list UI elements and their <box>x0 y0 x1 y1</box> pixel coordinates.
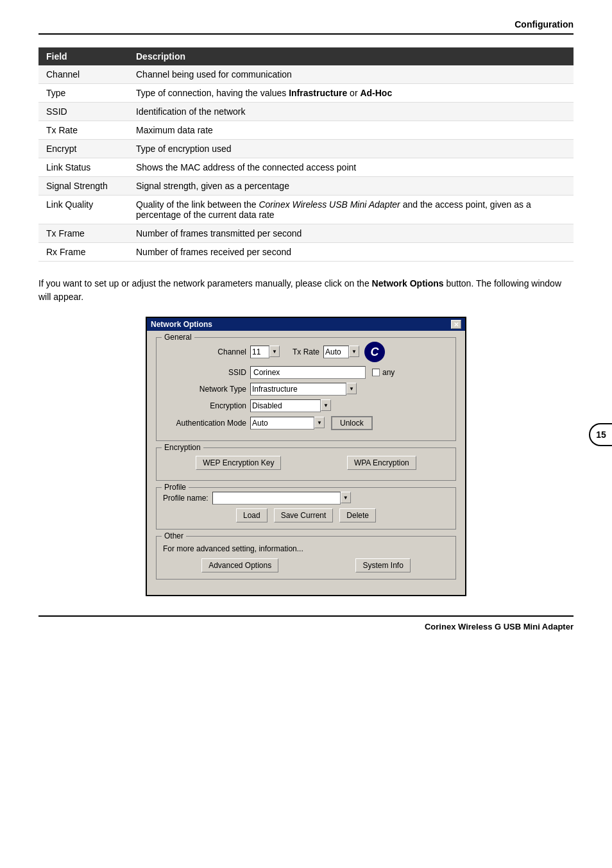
channel-select-wrapper: 11 ▼ <box>250 346 280 358</box>
desc-signal-strength: Signal strength, given as a percentage <box>128 177 574 196</box>
ssid-label: SSID <box>163 368 246 377</box>
table-row: Link Status Shows the MAC address of the… <box>38 158 574 177</box>
wpa-label: WPA Encryption <box>354 458 409 467</box>
profile-name-label: Profile name: <box>163 494 208 503</box>
save-current-button[interactable]: Save Current <box>274 508 334 522</box>
other-section: Other For more advanced setting, informa… <box>156 536 456 580</box>
profile-section: Profile Profile name: ▼ Load Sav <box>156 487 456 530</box>
any-label: any <box>382 368 395 377</box>
header-title: Configuration <box>514 19 574 29</box>
encryption-section-label: Encryption <box>162 443 203 452</box>
desc-link-quality: Quality of the link between the Corinex … <box>128 196 574 224</box>
network-options-bold: Network Options <box>372 278 444 288</box>
profile-name-dropdown-arrow[interactable]: ▼ <box>341 492 351 503</box>
profile-name-row: Profile name: ▼ <box>163 492 449 505</box>
field-tx-frame: Tx Frame <box>38 224 128 243</box>
dialog-close-button[interactable]: ✕ <box>451 320 461 329</box>
load-button[interactable]: Load <box>236 508 268 522</box>
desc-txrate: Maximum data rate <box>128 121 574 140</box>
field-ssid: SSID <box>38 103 128 121</box>
encryption-dropdown-arrow[interactable]: ▼ <box>321 399 331 411</box>
field-rx-frame: Rx Frame <box>38 243 128 262</box>
system-info-label: System Info <box>362 561 403 570</box>
wep-key-button[interactable]: WEP Encryption Key <box>196 456 281 470</box>
table-row: Signal Strength Signal strength, given a… <box>38 177 574 196</box>
auth-mode-input[interactable]: Auto <box>250 417 314 430</box>
profile-name-input[interactable] <box>212 492 341 505</box>
desc-rx-frame: Number of frames received per second <box>128 243 574 262</box>
any-checkbox[interactable] <box>372 369 380 376</box>
desc-tx-frame: Number of frames transmitted per second <box>128 224 574 243</box>
network-type-input[interactable]: Infrastructure <box>250 383 346 396</box>
other-buttons: Advanced Options System Info <box>163 558 449 572</box>
network-type-select-wrapper: Infrastructure ▼ <box>250 383 357 396</box>
page-header: Configuration <box>38 19 574 35</box>
tx-rate-input[interactable]: Auto <box>323 346 349 358</box>
advanced-options-button[interactable]: Advanced Options <box>201 558 278 572</box>
encryption-value: Disabled <box>252 401 282 410</box>
profile-section-label: Profile <box>162 483 189 492</box>
tx-rate-dropdown-arrow[interactable]: ▼ <box>349 346 359 357</box>
field-signal-strength: Signal Strength <box>38 177 128 196</box>
dialog-titlebar: Network Options ✕ <box>147 318 465 331</box>
footer-text: Corinex Wireless G USB Mini Adapter <box>425 622 574 631</box>
col-description: Description <box>128 47 574 65</box>
table-row: SSID Identification of the network <box>38 103 574 121</box>
desc-type: Type of connection, having the values In… <box>128 84 574 103</box>
col-field: Field <box>38 47 128 65</box>
encryption-buttons-row: WEP Encryption Key WPA Encryption <box>163 452 449 474</box>
close-icon: ✕ <box>454 321 459 328</box>
encryption-section: Encryption WEP Encryption Key WPA Encryp… <box>156 447 456 481</box>
desc-ssid: Identification of the network <box>128 103 574 121</box>
encryption-input[interactable]: Disabled <box>250 399 321 412</box>
ssid-row: SSID any <box>163 366 449 379</box>
channel-input[interactable]: 11 <box>250 346 269 358</box>
encryption-label: Encryption <box>163 401 246 410</box>
field-channel: Channel <box>38 65 128 84</box>
wep-key-label: WEP Encryption Key <box>203 458 274 467</box>
channel-label: Channel <box>163 347 246 356</box>
field-encrypt: Encrypt <box>38 140 128 158</box>
dialog-title: Network Options <box>151 320 212 329</box>
unlock-label: Unlock <box>340 419 364 428</box>
page-footer: Corinex Wireless G USB Mini Adapter <box>38 615 574 631</box>
table-row: Type Type of connection, having the valu… <box>38 84 574 103</box>
table-row: Channel Channel being used for communica… <box>38 65 574 84</box>
other-text: For more advanced setting, information..… <box>163 540 449 553</box>
table-row: Tx Frame Number of frames transmitted pe… <box>38 224 574 243</box>
channel-dropdown-arrow[interactable]: ▼ <box>269 346 280 357</box>
field-link-status: Link Status <box>38 158 128 177</box>
dialog-body: General Channel 11 ▼ Tx Rate <box>147 331 465 595</box>
any-checkbox-wrapper: any <box>372 368 395 377</box>
desc-link-status: Shows the MAC address of the connected a… <box>128 158 574 177</box>
delete-button[interactable]: Delete <box>339 508 376 522</box>
network-type-dropdown-arrow[interactable]: ▼ <box>346 383 357 394</box>
tx-rate-value: Auto <box>325 347 341 356</box>
profile-name-select-wrapper: ▼ <box>212 492 351 505</box>
unlock-button[interactable]: Unlock <box>331 416 373 430</box>
other-section-label: Other <box>162 531 186 540</box>
info-table: Field Description Channel Channel being … <box>38 47 574 262</box>
ssid-input[interactable] <box>250 366 366 379</box>
general-section-label: General <box>162 333 194 342</box>
auth-mode-dropdown-arrow[interactable]: ▼ <box>314 417 325 428</box>
load-label: Load <box>243 511 260 520</box>
channel-value: 11 <box>252 347 260 356</box>
auth-mode-value: Auto <box>252 419 268 428</box>
auth-mode-select-wrapper: Auto ▼ <box>250 417 325 430</box>
tx-rate-select-wrapper: Auto ▼ <box>323 346 359 358</box>
channel-txrate-row: Channel 11 ▼ Tx Rate Auto ▼ <box>163 342 449 362</box>
wpa-button[interactable]: WPA Encryption <box>347 456 416 470</box>
table-row: Rx Frame Number of frames received per s… <box>38 243 574 262</box>
system-info-button[interactable]: System Info <box>355 558 410 572</box>
auth-mode-label: Authentication Mode <box>163 419 246 428</box>
general-section: General Channel 11 ▼ Tx Rate <box>156 337 456 441</box>
desc-channel: Channel being used for communication <box>128 65 574 84</box>
page: Configuration Field Description Channel … <box>0 0 612 868</box>
field-txrate: Tx Rate <box>38 121 128 140</box>
desc-encrypt: Type of encryption used <box>128 140 574 158</box>
page-number-tab: 15 <box>589 423 612 446</box>
encryption-row: Encryption Disabled ▼ <box>163 399 449 412</box>
tx-rate-label: Tx Rate <box>293 347 319 356</box>
corinex-logo-icon: C <box>364 342 385 362</box>
